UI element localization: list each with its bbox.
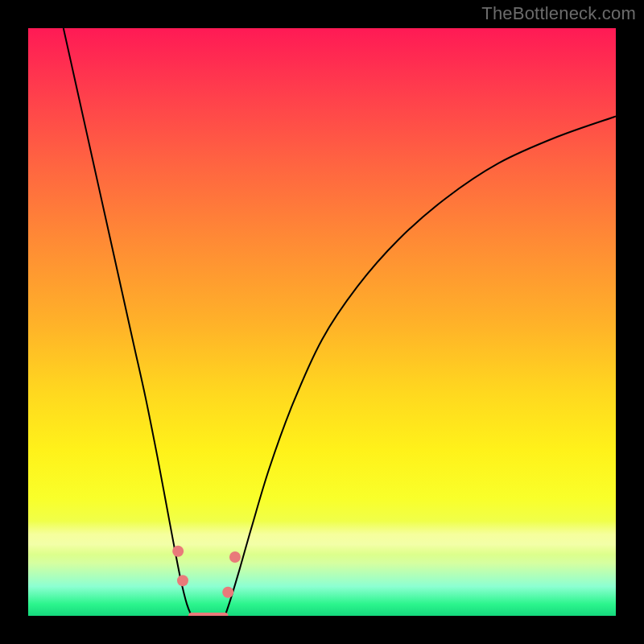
dot-right-lower: [222, 587, 233, 598]
curve-layer: [28, 28, 616, 616]
chart-frame: TheBottleneck.com: [0, 0, 644, 644]
highlight-band: [28, 521, 616, 555]
marker-dots: [172, 546, 241, 598]
watermark-text: TheBottleneck.com: [481, 3, 636, 24]
plot-area: [28, 28, 616, 616]
left-branch-curve: [64, 28, 192, 616]
dot-left-lower: [177, 575, 188, 586]
dot-right-upper: [229, 551, 241, 563]
dot-left-upper: [172, 546, 184, 557]
right-branch-curve: [225, 117, 616, 617]
